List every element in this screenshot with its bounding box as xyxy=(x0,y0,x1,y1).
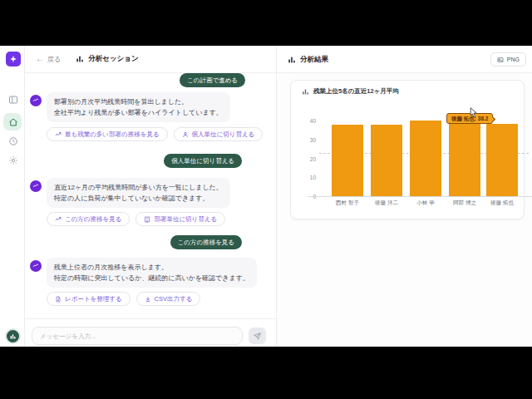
chat-header: ← 戻る 分析セッション xyxy=(25,46,276,73)
back-label: 戻る xyxy=(47,55,61,64)
home-icon xyxy=(8,117,18,127)
button-label: この方の推移を見る xyxy=(65,215,121,224)
png-label: PNG xyxy=(507,57,520,62)
x-category-label: 西村 智子 xyxy=(336,200,359,207)
bar-3[interactable] xyxy=(410,121,441,196)
view-dept-trend-button[interactable]: 最も残業の多い部署の推移を見る xyxy=(47,127,168,141)
view-person-trend-button[interactable]: この方の推移を見る xyxy=(47,212,130,226)
y-tick-label: 30 xyxy=(310,136,316,142)
message-line: 直近12ヶ月の平均残業時間が多い方を一覧にしました。 xyxy=(54,182,223,193)
export-png-button[interactable]: PNG xyxy=(490,52,526,66)
app-logo[interactable] xyxy=(6,52,21,66)
assistant-message: 残業上位者の月次推移を表示します。 特定の時期に突出しているか、継続的に高いかを… xyxy=(47,258,257,288)
sidebar-item-home[interactable] xyxy=(7,116,18,127)
send-icon xyxy=(254,332,261,340)
x-category-label: 小林 学 xyxy=(416,200,434,207)
app-window: ← 戻る 分析セッション この計画で進める 部署別の月次平均残業時間を算出しまし… xyxy=(0,46,532,347)
switch-to-individual-button[interactable]: 個人単位に切り替える xyxy=(174,127,264,141)
message-line: 全社平均より残業が多い部署をハイライトしています。 xyxy=(54,107,223,118)
sidebar-rail xyxy=(0,46,25,347)
message-line: 特定の人に負荷が集中していないか確認できます。 xyxy=(54,193,223,204)
y-tick-label: 40 xyxy=(310,118,316,124)
assistant-message: 直近12ヶ月の平均残業時間が多い方を一覧にしました。 特定の人に負荷が集中してい… xyxy=(47,178,230,208)
bar-chart-icon xyxy=(302,88,309,96)
x-category-label: 後藤 拓也 xyxy=(490,200,514,207)
gear-icon xyxy=(8,155,18,165)
user-avatar[interactable] xyxy=(5,328,21,344)
assistant-avatar xyxy=(30,180,42,192)
assistant-avatar xyxy=(30,95,42,106)
switch-to-department-button[interactable]: 部署単位に切り替える xyxy=(135,212,225,226)
user-message-pill: 個人単位に切り替える xyxy=(164,154,242,168)
input-divider xyxy=(25,318,276,319)
user-message-pill: この方の推移を見る xyxy=(170,235,242,249)
button-label: CSV出力する xyxy=(155,295,193,303)
y-tick-label: 10 xyxy=(310,175,316,180)
bar-2[interactable] xyxy=(371,125,402,196)
action-row: レポートを整理する CSV出力する xyxy=(47,292,200,306)
download-icon xyxy=(145,296,151,303)
building-icon xyxy=(144,216,150,223)
message-input[interactable] xyxy=(32,327,243,345)
chart-card: 残業上位5名の直近12ヶ月平均 010203040西村 智子後藤 洋二小林 学阿… xyxy=(290,80,525,219)
y-tick-label: 20 xyxy=(310,155,316,161)
organize-report-button[interactable]: レポートを整理する xyxy=(47,292,131,306)
message-line: 残業上位者の月次推移を表示します。 xyxy=(54,262,249,273)
bar-chart-icon xyxy=(288,56,296,64)
sparkle-icon xyxy=(9,55,17,63)
bar-4[interactable] xyxy=(449,123,480,196)
button-label: レポートを整理する xyxy=(65,295,122,303)
assistant-message: 部署別の月次平均残業時間を算出しました。 全社平均より残業が多い部署をハイライト… xyxy=(47,92,230,122)
session-title: 分析セッション xyxy=(76,54,139,64)
sidebar-item-history[interactable] xyxy=(7,135,18,146)
bar-chart-icon xyxy=(76,55,84,63)
results-header: 分析結果 PNG xyxy=(277,46,532,73)
export-csv-button[interactable]: CSV出力する xyxy=(136,292,201,306)
back-arrow-icon: ← xyxy=(36,55,44,63)
tooltip-caret xyxy=(490,116,495,122)
x-category-label: 阿部 博之 xyxy=(453,200,476,207)
button-label: 最も残業の多い部署の推移を見る xyxy=(65,131,160,139)
image-icon xyxy=(497,57,504,63)
panels-icon xyxy=(8,95,18,105)
document-icon xyxy=(55,296,62,303)
results-panel: 分析結果 PNG 残業上位5名の直近12ヶ月平均 010203040西村 智子後… xyxy=(276,46,532,347)
button-label: 個人単位に切り替える xyxy=(192,131,255,139)
assistant-avatar xyxy=(30,260,42,272)
sidebar-item-panels[interactable] xyxy=(7,94,18,105)
session-title-label: 分析セッション xyxy=(88,54,139,64)
back-button[interactable]: ← 戻る xyxy=(36,55,61,64)
mini-bars-icon xyxy=(9,332,17,340)
x-category-label: 後藤 洋二 xyxy=(375,200,398,207)
action-row: この方の推移を見る 部署単位に切り替える xyxy=(47,212,225,226)
x-axis-line xyxy=(308,196,532,197)
chart-title-label: 残業上位5名の直近12ヶ月平均 xyxy=(313,87,399,96)
sidebar-item-settings[interactable] xyxy=(7,155,18,165)
person-icon xyxy=(182,131,189,138)
trend-icon xyxy=(55,131,62,138)
bar-1[interactable] xyxy=(332,125,363,196)
history-icon xyxy=(8,136,18,146)
user-message-pill: この計画で進める xyxy=(180,73,245,87)
message-line: 特定の時期に突出しているか、継続的に高いかを確認できます。 xyxy=(54,273,249,283)
send-button[interactable] xyxy=(249,328,266,344)
message-line: 部署別の月次平均残業時間を算出しました。 xyxy=(54,96,223,107)
trend-icon xyxy=(55,216,62,223)
mouse-cursor xyxy=(470,107,478,118)
bar-chart-plot: 010203040西村 智子後藤 洋二小林 学阿部 博之後藤 拓也後藤 拓也: … xyxy=(319,118,529,196)
results-title: 分析結果 xyxy=(288,46,328,73)
results-title-label: 分析結果 xyxy=(300,55,328,65)
button-label: 部署単位に切り替える xyxy=(154,215,217,224)
bar-5[interactable] xyxy=(486,124,518,196)
chart-card-title: 残業上位5名の直近12ヶ月平均 xyxy=(302,87,399,96)
action-row: 最も残業の多い部署の推移を見る 個人単位に切り替える xyxy=(47,127,263,141)
